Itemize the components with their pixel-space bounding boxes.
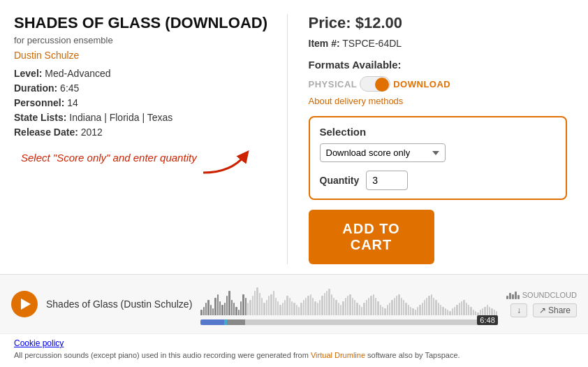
waveform-bar xyxy=(487,305,488,315)
progress-bar xyxy=(200,319,497,325)
waveform-bar xyxy=(352,298,353,315)
waveform-bar xyxy=(254,291,256,315)
page-title: SHADES OF GLASS (DOWNLOAD) xyxy=(14,14,273,32)
share-label: Share xyxy=(548,305,571,315)
waveform-bar xyxy=(203,307,205,315)
quantity-label: Quantity xyxy=(320,175,360,186)
waveform-bar xyxy=(256,287,258,315)
cookie-policy: Cookie policy xyxy=(14,338,574,348)
footer-text: All percussion sounds (except piano) use… xyxy=(14,351,574,359)
waveform-bar xyxy=(442,307,443,315)
waveform[interactable]: 6:48 xyxy=(200,283,497,325)
waveform-bar xyxy=(270,294,272,315)
waveform-bar xyxy=(273,291,274,315)
waveform-bar xyxy=(396,296,397,315)
delivery-link[interactable]: About delivery methods xyxy=(309,96,568,106)
release-date-value: 2012 xyxy=(81,127,103,138)
waveform-bar xyxy=(228,291,230,315)
waveform-bar xyxy=(207,300,209,315)
format-physical-label: PHYSICAL xyxy=(309,79,358,89)
waveform-bar xyxy=(401,298,402,315)
waveform-bar xyxy=(384,308,385,315)
level-label: Level: xyxy=(14,68,42,79)
waveform-bar xyxy=(314,301,316,315)
waveform-bar xyxy=(321,296,323,315)
sc-bar-3 xyxy=(512,294,514,299)
waveform-bar xyxy=(345,298,346,315)
item-label: Item #: xyxy=(309,38,340,49)
format-toggle-switch[interactable] xyxy=(360,76,390,92)
waveform-bar xyxy=(408,305,409,315)
release-date-row: Release Date: 2012 xyxy=(14,127,273,138)
waveform-bar xyxy=(456,305,457,315)
waveform-bar xyxy=(428,296,429,315)
waveform-bar xyxy=(433,298,434,315)
waveform-bar xyxy=(419,305,420,315)
sc-bar-4 xyxy=(515,292,517,299)
state-lists-row: State Lists: Indiana | Florida | Texas xyxy=(14,112,273,123)
waveform-bar xyxy=(263,303,265,315)
waveform-bar xyxy=(491,308,492,315)
waveform-bar xyxy=(235,307,237,315)
duration-value: 6:45 xyxy=(60,82,79,94)
waveform-bar xyxy=(252,296,253,315)
share-button[interactable]: ↗ Share xyxy=(533,303,577,317)
waveform-bar xyxy=(394,298,395,315)
waveform-bar xyxy=(205,303,207,315)
waveform-bar xyxy=(293,303,295,315)
selection-dropdown[interactable]: Download score only Download parts only … xyxy=(320,143,446,162)
item-value: TSPCE-64DL xyxy=(342,38,402,49)
share-icon: ↗ xyxy=(539,305,546,315)
waveform-bar xyxy=(424,300,425,315)
waveform-bar xyxy=(363,303,365,315)
waveform-bar xyxy=(282,303,284,315)
price-row: Price: $12.00 xyxy=(309,14,568,32)
waveform-bar xyxy=(298,307,300,315)
waveform-bar xyxy=(305,298,307,315)
author-link[interactable]: Dustin Schulze xyxy=(14,50,273,61)
waveform-bar xyxy=(368,298,369,315)
subtitle: for percussion ensemble xyxy=(14,35,273,45)
quantity-input[interactable] xyxy=(366,171,408,190)
waveform-bar xyxy=(366,300,367,315)
waveform-bar xyxy=(259,293,260,315)
waveform-bar xyxy=(312,298,314,315)
waveform-bar xyxy=(277,301,279,315)
waveform-bar xyxy=(398,294,399,315)
waveform-bar xyxy=(284,300,286,315)
waveform-bar xyxy=(217,294,219,315)
waveform-bar xyxy=(319,300,321,315)
waveform-bar xyxy=(300,303,302,315)
state-lists-value: Indiana | Florida | Texas xyxy=(69,112,172,123)
waveform-bar xyxy=(405,303,406,315)
waveform-bar xyxy=(296,305,297,315)
download-button[interactable]: ↓ xyxy=(510,303,527,317)
waveform-bar xyxy=(245,298,247,315)
waveform-bar xyxy=(333,298,335,315)
state-lists-label: State Lists: xyxy=(14,112,66,123)
virtual-drumline-link[interactable]: Virtual Drumline xyxy=(311,351,365,359)
waveform-bar xyxy=(214,298,216,315)
play-button[interactable] xyxy=(11,291,38,317)
waveform-bar xyxy=(338,303,339,315)
waveform-bar xyxy=(415,310,416,315)
waveform-bar xyxy=(482,308,483,315)
waveform-bar xyxy=(340,305,341,315)
waveform-bar xyxy=(463,300,464,315)
waveform-bar xyxy=(480,310,481,315)
waveform-bar xyxy=(328,289,330,315)
price-value: $12.00 xyxy=(355,14,402,31)
waveform-bar xyxy=(310,294,311,315)
waveform-bar xyxy=(489,307,490,315)
personnel-value: 14 xyxy=(67,97,78,108)
cookie-policy-link[interactable]: Cookie policy xyxy=(14,338,64,348)
waveform-bar xyxy=(431,294,432,315)
left-panel: SHADES OF GLASS (DOWNLOAD) for percussio… xyxy=(14,14,288,264)
waveform-bar xyxy=(417,307,418,315)
waveform-bar xyxy=(377,301,378,315)
waveform-bar xyxy=(224,303,226,315)
format-download-label: DOWNLOAD xyxy=(393,79,450,89)
selection-box: Selection Download score only Download p… xyxy=(309,116,568,200)
waveform-bar xyxy=(373,294,374,315)
add-to-cart-button[interactable]: ADD TO CART xyxy=(309,210,434,264)
